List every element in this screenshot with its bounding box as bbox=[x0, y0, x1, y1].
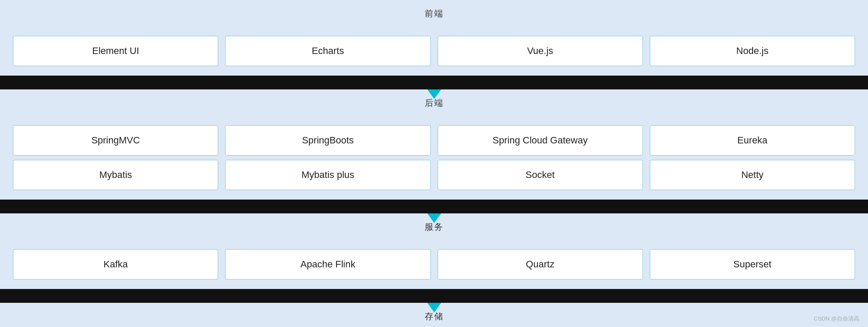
separator-band-1 bbox=[0, 200, 868, 213]
card-services-0-1: Apache Flink bbox=[225, 249, 430, 279]
card-backend-1-0: Mybatis bbox=[13, 160, 218, 190]
card-services-0-0: Kafka bbox=[13, 249, 218, 279]
section-content-backend: SpringMVCSpringBootsSpring Cloud Gateway… bbox=[0, 113, 868, 200]
section-label-frontend: 前端 bbox=[0, 0, 868, 24]
cards-row-backend-1: MybatisMybatis plusSocketNetty bbox=[13, 160, 855, 190]
card-backend-1-1: Mybatis plus bbox=[225, 160, 430, 190]
card-backend-0-3: Eureka bbox=[650, 125, 855, 156]
cards-row-backend-0: SpringMVCSpringBootsSpring Cloud Gateway… bbox=[13, 125, 855, 156]
separator-band-2 bbox=[0, 289, 868, 303]
arrow-down-0 bbox=[427, 89, 441, 99]
card-services-0-2: Quartz bbox=[438, 249, 643, 279]
card-backend-1-2: Socket bbox=[438, 160, 643, 190]
card-backend-0-1: SpringBoots bbox=[225, 125, 430, 156]
card-backend-0-2: Spring Cloud Gateway bbox=[438, 125, 643, 156]
card-frontend-0-2: Vue.js bbox=[438, 36, 643, 66]
cards-row-services-0: KafkaApache FlinkQuartzSuperset bbox=[13, 249, 855, 279]
card-backend-1-3: Netty bbox=[650, 160, 855, 190]
cards-row-frontend-0: Element UIEchartsVue.jsNode.js bbox=[13, 36, 855, 66]
card-services-0-3: Superset bbox=[650, 249, 855, 279]
separator-band-0 bbox=[0, 76, 868, 89]
card-backend-0-0: SpringMVC bbox=[13, 125, 218, 156]
card-frontend-0-1: Echarts bbox=[225, 36, 430, 66]
arrow-down-2 bbox=[427, 303, 441, 312]
main-container: 前端Element UIEchartsVue.jsNode.js后端Spring… bbox=[0, 0, 868, 327]
card-frontend-0-3: Node.js bbox=[650, 36, 855, 66]
watermark: CSDN @自命清高 bbox=[814, 315, 859, 323]
section-content-services: KafkaApache FlinkQuartzSuperset bbox=[0, 237, 868, 289]
arrow-down-1 bbox=[427, 213, 441, 223]
section-content-frontend: Element UIEchartsVue.jsNode.js bbox=[0, 24, 868, 76]
card-frontend-0-0: Element UI bbox=[13, 36, 218, 66]
